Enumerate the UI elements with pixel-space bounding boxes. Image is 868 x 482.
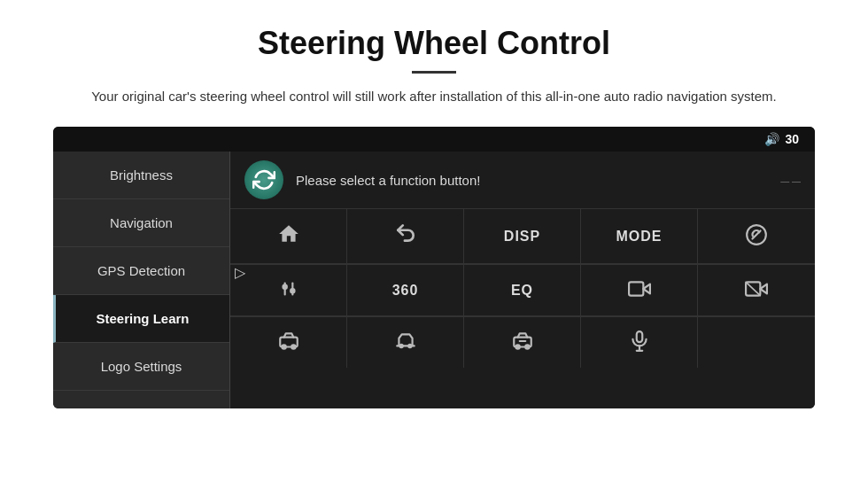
360-label: 360 [392,283,419,299]
no-phone-icon [745,223,768,249]
sidebar-item-logo[interactable]: Logo Settings [53,343,229,391]
grid-cell-disp[interactable]: DISP [464,209,581,264]
grid-cell-car-back[interactable] [464,317,581,368]
screen-topbar: 🔊 30 [53,127,815,152]
page-title: Steering Wheel Control [53,25,815,62]
svg-point-9 [282,345,285,348]
sidebar-label-steering: Steering Learn [96,311,189,326]
sync-icon [244,160,283,199]
camera-icon-1 [628,277,651,303]
back-icon [394,222,417,251]
svg-point-14 [515,345,519,348]
mode-label: MODE [616,229,663,245]
sidebar-item-navigation[interactable]: Navigation [53,199,229,247]
svg-point-11 [399,345,402,347]
grid-cell-car-front[interactable] [230,317,347,368]
grid-cell-eq[interactable]: EQ [464,265,581,316]
camera-icon-2 [745,277,768,303]
svg-point-3 [283,285,286,289]
svg-point-15 [525,345,529,348]
svg-rect-5 [629,282,643,295]
grid-cell-home[interactable] [230,209,347,264]
status-dots: — — [780,176,801,186]
svg-line-7 [746,282,760,295]
grid-cell-noPhone[interactable] [698,209,815,264]
eq-label: EQ [511,283,533,299]
mic-icon [628,330,651,355]
sidebar-item-gps[interactable]: GPS Detection [53,247,229,295]
grid-cell-mode[interactable]: MODE [581,209,698,264]
home-icon [277,222,300,251]
grid-cell-360[interactable]: 360 [347,265,464,316]
sidebar: Brightness Navigation GPS Detection Stee… [53,152,230,408]
volume-icon: 🔊 [764,132,779,146]
grid-cell-back[interactable] [347,209,464,264]
tuner-icon [277,277,300,303]
svg-rect-17 [636,331,642,342]
page-subtitle: Your original car's steering wheel contr… [53,86,815,107]
grid-cell-cam2[interactable] [698,265,815,316]
grid-cell-empty [698,317,815,368]
grid-cell-car-side[interactable] [347,317,464,368]
car-screen: 🔊 30 Brightness Navigation GPS Detection… [53,127,815,408]
sidebar-label-logo: Logo Settings [101,359,182,374]
button-row-3 [230,317,815,368]
sidebar-item-steering-learn[interactable]: Steering Learn [53,295,229,343]
main-content: — — Please select a function button! [230,152,815,408]
top-row: — — Please select a function button! [230,152,815,209]
grid-cell-cam1[interactable] [581,265,698,316]
car-side-icon [394,330,417,355]
volume-number: 30 [785,132,799,146]
svg-point-4 [291,289,294,292]
svg-point-10 [291,345,295,348]
prompt-text: Please select a function button! [296,173,480,188]
car-front-icon [277,330,300,355]
grid-cell-mic[interactable] [581,317,698,368]
button-row-1: DISP MODE [230,209,815,265]
title-divider [412,71,456,74]
sidebar-label-navigation: Navigation [110,215,173,230]
button-row-2: 360 EQ [230,265,815,317]
disp-label: DISP [504,229,540,245]
sidebar-item-brightness[interactable]: Brightness [53,152,229,199]
svg-point-12 [408,345,411,347]
page-wrapper: Steering Wheel Control Your original car… [0,0,868,426]
sidebar-label-gps: GPS Detection [97,263,185,278]
grid-cell-tuner[interactable] [230,265,347,316]
sidebar-label-brightness: Brightness [110,167,173,183]
car-back-icon [511,330,534,355]
screen-body: Brightness Navigation GPS Detection Stee… [53,152,815,408]
